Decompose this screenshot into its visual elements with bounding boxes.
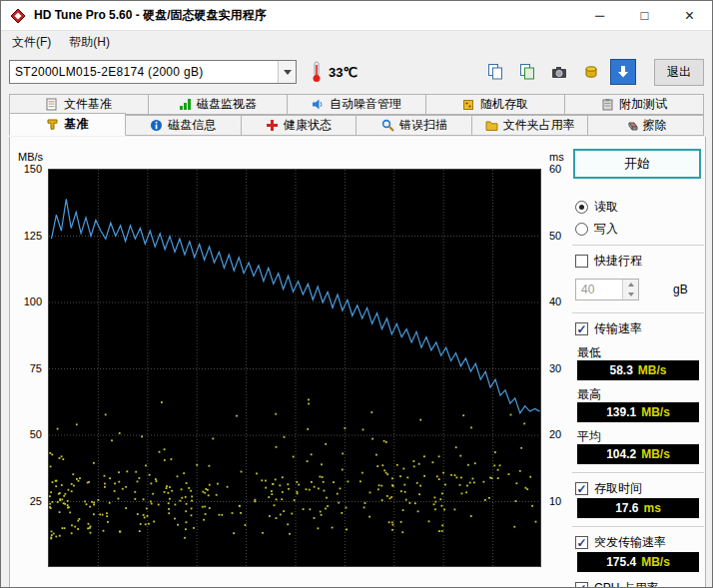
right-axis-tick: 20 <box>549 428 561 440</box>
folder-icon <box>485 119 498 132</box>
max-unit: MB/s <box>641 405 670 419</box>
clipboard-icon <box>601 98 614 111</box>
capacity-unit-label: gB <box>673 283 688 296</box>
chart-grid <box>49 170 541 567</box>
transfer-rate-checkbox[interactable]: 传输速率 <box>575 320 642 337</box>
divider <box>572 312 704 314</box>
copy-pages-icon <box>487 64 503 80</box>
spinner <box>622 280 638 299</box>
thermometer-icon <box>311 61 323 83</box>
tab-random-access[interactable]: 随机存取 <box>425 94 565 115</box>
disk-monitor-icon <box>179 98 192 111</box>
read-radio[interactable]: 读取 <box>575 199 618 216</box>
access-time-unit: ms <box>644 501 661 515</box>
file-benchmark-icon <box>46 98 59 111</box>
checkbox-icon <box>575 255 588 268</box>
tab-acoustic-management[interactable]: 自动噪音管理 <box>287 94 426 115</box>
min-unit: MB/s <box>638 363 667 377</box>
spinner-down-button[interactable] <box>623 290 638 299</box>
tab-benchmark[interactable]: 基准 <box>9 113 126 136</box>
short-stroke-capacity-row: 40 gB <box>575 279 688 300</box>
screenshot-button[interactable] <box>546 59 572 85</box>
download-arrow-icon <box>615 64 631 80</box>
tab-disk-monitor[interactable]: 磁盘监视器 <box>148 94 288 115</box>
titlebar: HD Tune Pro 5.60 - 硬盘/固态硬盘实用程序 ─ □ × <box>1 1 712 31</box>
avg-label: 平均 <box>577 428 601 445</box>
benchmark-page: MB/s ms 150125100755025 605040302010 开始 … <box>9 137 706 588</box>
burst-rate-checkbox[interactable]: 突发传输速率 <box>575 534 666 551</box>
tab-label: 错误扫描 <box>399 117 447 134</box>
eraser-icon <box>625 119 638 132</box>
transfer-rate-label: 传输速率 <box>594 320 642 337</box>
chevron-down-icon <box>278 61 296 83</box>
burst-rate-value: 175.4 <box>606 555 636 569</box>
left-axis-tick: 150 <box>24 163 42 175</box>
spinner-up-button[interactable] <box>623 280 638 290</box>
right-axis-tick: 40 <box>549 295 561 307</box>
tab-folder-usage[interactable]: 文件夹占用率 <box>471 115 588 136</box>
health-cross-icon <box>266 119 279 132</box>
transfer-rate-line <box>52 199 540 413</box>
tab-row-2: 基准 磁盘信息 健康状态 错误扫描 文件夹占用率 擦除 <box>1 115 712 136</box>
tab-erase[interactable]: 擦除 <box>587 115 704 136</box>
access-time-label: 存取时间 <box>594 480 642 497</box>
toolbar: ST2000LM015-2E8174 (2000 gB) 33℃ <box>1 54 712 90</box>
tab-extra-tests[interactable]: 附加测试 <box>564 94 704 115</box>
min-value-box: 58.3 MB/s <box>577 360 699 380</box>
tab-row-1: 文件基准 磁盘监视器 自动噪音管理 随机存取 附加测试 <box>1 94 712 115</box>
tab-error-scan[interactable]: 错误扫描 <box>356 115 472 136</box>
temperature-label: 33℃ <box>329 65 357 80</box>
copy-image-icon <box>519 64 535 80</box>
burst-rate-unit: MB/s <box>641 555 670 569</box>
minimize-button[interactable]: ─ <box>577 1 622 30</box>
copy-text-button[interactable] <box>482 59 508 85</box>
maximize-button[interactable]: □ <box>622 1 667 30</box>
start-button[interactable]: 开始 <box>573 149 701 179</box>
left-axis-tick: 25 <box>30 495 42 507</box>
checkbox-icon <box>575 322 588 335</box>
chart-plot-area <box>48 169 541 567</box>
download-button[interactable] <box>610 59 636 85</box>
right-axis-tick: 50 <box>549 230 561 242</box>
right-axis-tick: 30 <box>549 362 561 374</box>
left-axis-ticks: 150125100755025 <box>10 169 46 567</box>
avg-value-box: 104.2 MB/s <box>577 444 699 464</box>
right-axis-unit: ms <box>549 151 564 163</box>
tab-label: 健康状态 <box>284 117 332 134</box>
drive-select-value: ST2000LM015-2E8174 (2000 gB) <box>10 65 278 79</box>
burst-rate-label: 突发传输速率 <box>594 534 666 551</box>
menu-help[interactable]: 帮助(H) <box>60 31 119 54</box>
tab-label: 自动噪音管理 <box>330 96 401 113</box>
copy-image-button[interactable] <box>514 59 540 85</box>
window-title: HD Tune Pro 5.60 - 硬盘/固态硬盘实用程序 <box>34 7 577 24</box>
write-radio-label: 写入 <box>594 221 618 238</box>
save-results-button[interactable] <box>578 59 604 85</box>
left-axis-tick: 75 <box>30 362 42 374</box>
max-value: 139.1 <box>606 405 636 419</box>
tab-disk-info[interactable]: 磁盘信息 <box>125 115 242 136</box>
tab-label: 随机存取 <box>480 96 528 113</box>
cpu-usage-checkbox[interactable]: CPU 占用率 <box>575 580 659 588</box>
drive-select[interactable]: ST2000LM015-2E8174 (2000 gB) <box>9 60 297 84</box>
checkbox-icon <box>575 482 588 495</box>
write-radio[interactable]: 写入 <box>575 221 618 238</box>
access-time-checkbox[interactable]: 存取时间 <box>575 480 642 497</box>
access-time-scatter <box>49 399 541 540</box>
access-time-value-box: 17.6 ms <box>577 498 699 518</box>
exit-button[interactable]: 退出 <box>654 59 704 86</box>
short-stroke-label: 快捷行程 <box>594 253 642 270</box>
radio-icon <box>575 201 588 214</box>
tab-health[interactable]: 健康状态 <box>241 115 357 136</box>
database-icon <box>583 64 599 80</box>
menu-file[interactable]: 文件(F) <box>3 31 60 54</box>
checkbox-icon <box>575 536 588 549</box>
short-stroke-checkbox[interactable]: 快捷行程 <box>575 253 642 270</box>
read-radio-label: 读取 <box>594 199 618 216</box>
close-button[interactable]: × <box>667 1 712 30</box>
tab-label: 附加测试 <box>619 96 667 113</box>
tab-file-benchmark[interactable]: 文件基准 <box>9 94 149 115</box>
short-stroke-capacity-input[interactable]: 40 <box>575 279 639 300</box>
divider <box>572 245 704 247</box>
tab-label: 文件基准 <box>64 96 112 113</box>
right-axis-tick: 10 <box>549 495 561 507</box>
